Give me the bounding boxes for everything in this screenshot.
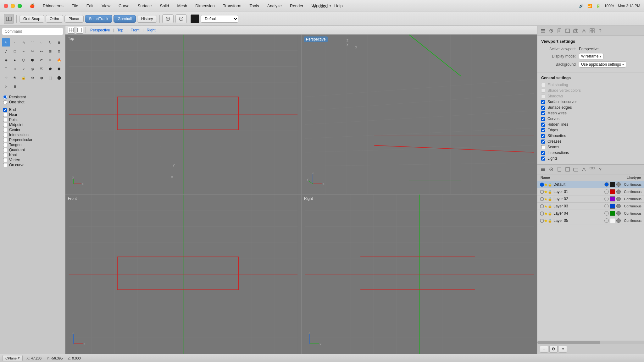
explode-tool[interactable]: ✳ [46,56,54,64]
circle-tool[interactable]: ○ [37,38,46,47]
viewport-perspective[interactable]: z y x Perspective z x y [302,35,537,194]
viewport-grid-icon[interactable] [68,27,75,34]
gs-creases[interactable]: Creases [541,139,640,144]
tab-perspective[interactable]: Perspective [88,27,112,33]
panel-icon-layers[interactable] [539,27,547,35]
tab-right[interactable]: Right [145,27,157,33]
menu-dimension[interactable]: Dimension [194,3,216,9]
display-mode-dropdown[interactable]: Wireframe ▾ [579,53,603,59]
cplane-button[interactable]: CPlane ▾ [3,355,23,361]
panel-bottom-icon-1[interactable] [539,166,547,173]
panel-bottom-icon-2[interactable] [547,166,555,173]
gs-seams[interactable]: Seams [541,144,640,150]
array-tool[interactable]: ⊞ [46,47,54,55]
layer-color-5[interactable] [610,218,615,223]
panel-icon-question[interactable]: ? [597,27,604,35]
extrude-tool[interactable]: ⬢ [28,56,36,64]
layer-lock-4[interactable]: 🔒 [548,211,552,216]
grid-snap-button[interactable]: Grid Snap [19,15,44,23]
layer-row-0[interactable]: ★🔒DefaultContinuous [537,181,644,188]
layer-lock-5[interactable]: 🔒 [548,219,552,223]
layer-radio-3[interactable] [540,204,544,208]
layer-radio-1[interactable] [540,190,544,194]
color-wheel[interactable]: ◑ [37,74,46,82]
gs-silhouettes[interactable]: Silhouettes [541,133,640,139]
layer-settings-button[interactable]: ⚙ [549,346,558,353]
panel-bottom-icon-7[interactable] [588,166,596,173]
snap-point[interactable]: Point [3,117,62,122]
flame-tool[interactable]: 🔥 [55,56,63,64]
move-tool[interactable]: ⇱ [37,65,46,73]
layer-star-3[interactable]: ★ [544,204,548,209]
chevron-tool[interactable]: ⊳ [2,82,10,90]
mirror-tool[interactable]: ⇔ [37,47,46,55]
menu-curve[interactable]: Curve [117,3,131,9]
smarttrack-button[interactable]: SmartTrack [85,15,113,23]
layer-lock-0[interactable]: 🔒 [548,183,552,187]
tab-front[interactable]: Front [129,27,141,33]
panel-icon-doc[interactable] [556,27,563,35]
viewport-front[interactable]: Front z x [65,195,301,354]
background-dropdown[interactable]: Use application settings ▾ [579,61,626,68]
dim-tool[interactable]: ⇿ [11,65,19,73]
layer-color-2[interactable] [610,196,615,201]
snap-center[interactable]: Center [3,127,62,132]
panel-bottom-question[interactable]: ? [597,166,604,173]
misc-tool-3[interactable]: ⬟ [46,65,54,73]
layer-color-4[interactable] [610,211,615,216]
select-tool[interactable]: ↖ [2,38,10,47]
viewport-tool[interactable]: ⬚ [46,74,54,82]
menu-surface[interactable]: Surface [136,3,153,9]
point-tool[interactable]: · [11,38,19,47]
text-tool[interactable]: T [2,65,10,73]
default-dropdown[interactable]: Default [201,15,238,23]
apple-menu[interactable]: 🍎 [28,3,36,9]
layer-star-2[interactable]: ★ [544,197,548,201]
analyze-tool[interactable]: ◎ [28,65,36,73]
surface-tool[interactable]: ◈ [2,56,10,64]
viewport-right[interactable]: Right z y [302,195,537,354]
gs-intersections[interactable]: Intersections [541,150,640,156]
grid-tool-2[interactable]: ⊟ [11,82,19,90]
panel-icon-display[interactable] [547,27,555,35]
layer-row-2[interactable]: ★🔒Layer 02Continuous [537,195,644,203]
layer-lock-3[interactable]: 🔒 [548,204,552,208]
check-tool[interactable]: ✓ [19,65,28,73]
layer-star-4[interactable]: ★ [544,211,548,216]
panel-icon-camera[interactable] [572,27,580,35]
layer-lock-1[interactable]: 🔒 [548,190,552,194]
menu-solid[interactable]: Solid [159,3,170,9]
panel-bottom-icon-4[interactable] [564,166,571,173]
menu-rhinoceros[interactable]: Rhinoceros [42,3,65,9]
tab-top[interactable]: Top [115,27,125,33]
history-button[interactable]: History [137,15,157,23]
layer-dropdown-button[interactable]: ▾ [559,346,567,353]
gumball-button[interactable]: Gumball [114,15,136,23]
panel-bottom-icon-5[interactable] [572,166,580,173]
menu-edit[interactable]: Edit [85,3,95,9]
snap-one-shot[interactable]: One shot [3,100,62,105]
menu-help[interactable]: Help [333,3,344,9]
layer-star-0[interactable]: ★ [544,182,548,187]
minimize-button[interactable] [11,4,15,8]
menu-file[interactable]: File [70,3,80,9]
color-swatch[interactable] [191,14,199,23]
add-layer-button[interactable]: + [540,346,548,353]
curve-tool[interactable]: ∿ [19,38,28,47]
layer-row-5[interactable]: ★🔒Layer 05Continuous [537,217,644,224]
hide-tool[interactable]: ⊘ [28,74,36,82]
snap-quadrant[interactable]: Quadrant [3,147,62,152]
snap-vertex[interactable]: Vertex [3,157,62,162]
misc-tool-2[interactable]: ⊗ [55,47,63,55]
layer-color-0[interactable] [610,182,615,187]
sphere-2[interactable]: ⬤ [55,74,63,82]
planar-button[interactable]: Planar [64,15,84,23]
rotate-tool[interactable]: ↻ [46,38,54,47]
snap-tangent[interactable]: Tangent [3,142,62,147]
snap-intersection[interactable]: Intersection [3,132,62,137]
snap-midpoint[interactable]: Midpoint [3,122,62,127]
viewport-top[interactable]: y x Top y x [65,35,301,194]
gs-curves[interactable]: Curves [541,116,640,122]
snap-near[interactable]: Near [3,112,62,117]
menu-tools[interactable]: Tools [248,3,260,9]
